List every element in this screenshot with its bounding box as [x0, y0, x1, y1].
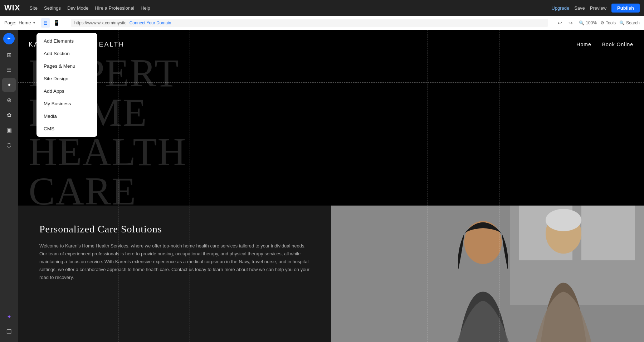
page-name: Home: [19, 20, 31, 25]
main-layout: + ⊞ ☰ ✦ ⊕ ✿ ▣ ⬡ ✦ ❐ Add Elements Add Sec…: [0, 30, 644, 342]
preview-button[interactable]: Preview: [590, 5, 606, 11]
content-body: Welcome to Karen's Home Health Services,…: [39, 242, 309, 281]
zoom-value: 100%: [586, 20, 597, 25]
undo-redo-group: ↩ ↪: [555, 18, 575, 28]
content-left: Personalized Care Solutions Welcome to K…: [18, 206, 331, 342]
address-bar-right: ↩ ↪ 🔍 100% ⚙ Tools 🔍 Search: [555, 18, 640, 28]
hero-section: EXPERT HOME HEALTH CARE: [18, 59, 644, 206]
wix-logo: WIX: [4, 3, 20, 13]
sidebar-dashboard-icon[interactable]: ⊞: [2, 48, 16, 62]
mobile-device-icon[interactable]: 📱: [52, 18, 62, 28]
save-button[interactable]: Save: [574, 5, 585, 11]
url-text: https://www.wix.com/mysite: [74, 20, 127, 25]
add-section-menu-item[interactable]: Add Section: [39, 48, 95, 59]
undo-button[interactable]: ↩: [555, 18, 565, 28]
add-apps-menu-item[interactable]: Add Apps: [39, 85, 95, 97]
floating-menu: Add Elements Add Section Pages & Menu Si…: [36, 33, 97, 137]
guide-line-v1: [118, 30, 118, 342]
media-menu-item[interactable]: Media: [39, 110, 95, 122]
svg-point-5: [546, 209, 581, 231]
sidebar-ai-icon[interactable]: ✦: [2, 310, 16, 323]
nav-book-online-link[interactable]: Book Online: [602, 42, 633, 47]
redo-button[interactable]: ↪: [566, 18, 575, 28]
zoom-control[interactable]: 🔍 100%: [579, 20, 597, 25]
add-elements-menu-item[interactable]: Add Elements: [39, 35, 95, 47]
content-image: [331, 206, 644, 342]
add-element-button[interactable]: +: [3, 33, 15, 44]
settings-menu[interactable]: Settings: [44, 5, 61, 11]
canvas-area: Add Elements Add Section Pages & Menu Si…: [18, 30, 644, 342]
device-icons: 🖥 📱: [41, 18, 62, 28]
website-preview: KAREN'S HOME HEALTH Home Book Online EXP…: [18, 30, 644, 342]
connect-domain-link[interactable]: Connect Your Domain: [130, 20, 171, 25]
page-label: Page:: [4, 20, 16, 25]
site-menu[interactable]: Site: [30, 5, 38, 11]
site-navigation: Home Book Online: [576, 42, 633, 47]
my-business-menu-item[interactable]: My Business: [39, 98, 95, 110]
help-menu[interactable]: Help: [141, 5, 150, 11]
sidebar-apps-icon[interactable]: ⊕: [2, 93, 16, 107]
site-design-menu-item[interactable]: Site Design: [39, 73, 95, 85]
sidebar-layers-icon[interactable]: ❐: [2, 325, 16, 338]
publish-button[interactable]: Publish: [611, 4, 640, 13]
sidebar-design-icon[interactable]: ✦: [2, 78, 16, 92]
dev-mode-menu[interactable]: Dev Mode: [67, 5, 88, 11]
top-bar: WIX Site Settings Dev Mode Hire a Profes…: [0, 0, 644, 16]
top-nav: Site Settings Dev Mode Hire a Profession…: [30, 5, 545, 11]
sidebar-cms-icon[interactable]: ⬡: [2, 138, 16, 152]
sidebar-media-icon[interactable]: ▣: [2, 123, 16, 137]
photo-simulation: [331, 206, 644, 342]
people-svg: [331, 206, 644, 342]
page-selector[interactable]: Page: Home ▾: [4, 20, 35, 25]
desktop-device-icon[interactable]: 🖥: [41, 18, 50, 28]
hire-pro-menu[interactable]: Hire a Professional: [95, 5, 134, 11]
page-chevron-icon: ▾: [33, 21, 35, 25]
guide-line-v3: [428, 30, 428, 342]
search-label: Search: [626, 20, 640, 25]
guide-line-v4: [499, 30, 499, 342]
top-bar-right: Upgrade Save Preview Publish: [551, 4, 640, 13]
guide-line-h1: [18, 82, 644, 83]
site-header: KAREN'S HOME HEALTH Home Book Online: [18, 30, 644, 59]
content-heading: Personalized Care Solutions: [39, 223, 309, 235]
guide-line-v2: [190, 30, 190, 342]
pages-menu-item[interactable]: Pages & Menu: [39, 60, 95, 72]
nav-home-link[interactable]: Home: [576, 42, 591, 47]
content-section: Personalized Care Solutions Welcome to K…: [18, 206, 644, 342]
svg-rect-3: [581, 206, 635, 260]
address-bar: Page: Home ▾ 🖥 📱 https://www.wix.com/mys…: [0, 16, 644, 30]
zoom-icon: 🔍: [579, 20, 584, 25]
search-icon: 🔍: [619, 20, 625, 25]
upgrade-link[interactable]: Upgrade: [551, 5, 569, 11]
cms-menu-item[interactable]: CMS: [39, 123, 95, 135]
left-sidebar: + ⊞ ☰ ✦ ⊕ ✿ ▣ ⬡ ✦ ❐: [0, 30, 18, 342]
sidebar-pages-icon[interactable]: ☰: [2, 63, 16, 77]
tools-label: Tools: [606, 20, 616, 25]
search-button[interactable]: 🔍 Search: [619, 20, 640, 25]
url-bar: https://www.wix.com/mysite Connect Your …: [71, 19, 548, 27]
sidebar-business-icon[interactable]: ✿: [2, 108, 16, 122]
tools-button[interactable]: ⚙ Tools: [600, 20, 616, 25]
tools-icon: ⚙: [600, 20, 604, 25]
